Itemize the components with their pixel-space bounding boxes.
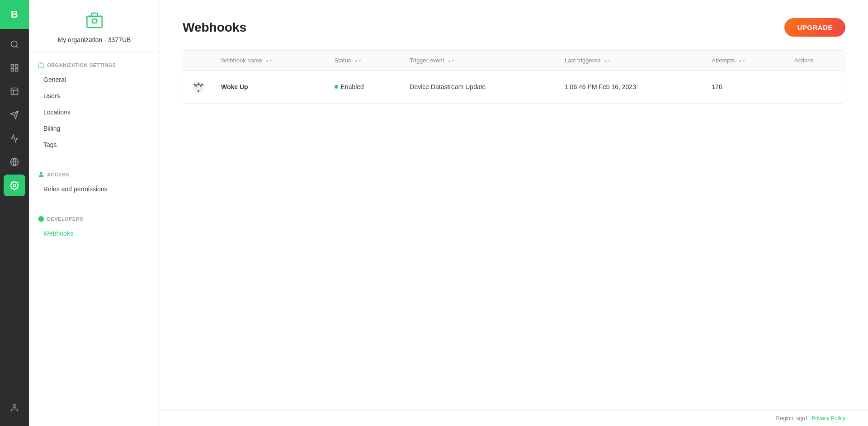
td-trigger-event: Device Datastream Update [402,71,557,104]
th-last-triggered: Last triggered ▲▼ [557,51,704,71]
table-row: Woke Up Enabled Device Datastream Update… [183,71,845,104]
sidebar: My organization - 3377UB ORGANIZATION SE… [29,0,160,426]
main-header: Webhooks UPGRADE [183,18,845,37]
svg-rect-2 [11,65,14,67]
table-body: Woke Up Enabled Device Datastream Update… [183,71,845,104]
th-attempts: Attempts ▲▼ [704,51,787,71]
main-footer: Region: sgp1 Privacy Policy [160,410,868,426]
svg-rect-15 [87,16,102,28]
svg-point-23 [202,84,203,85]
section-developers: DEVELOPERS Webhooks [29,207,160,242]
th-actions: Actions [787,51,845,71]
th-icon [183,51,214,71]
webhooks-table-container: Webhook name ▲▼ Status ▲▼ Trigger event … [183,50,845,104]
status-enabled: Enabled [335,83,396,90]
sidebar-item-globe[interactable] [4,151,25,173]
svg-point-22 [193,84,195,85]
sidebar-item-settings[interactable] [4,175,25,196]
main-content: Webhooks UPGRADE Webhook name ▲▼ Status … [160,0,868,410]
svg-line-1 [16,46,18,48]
sort-icon-attempts: ▲▼ [738,59,745,63]
section-access-title: ACCESS [38,171,151,178]
nav-webhooks[interactable]: Webhooks [38,226,151,241]
nav-users[interactable]: Users [38,88,151,104]
sidebar-item-dashboard[interactable] [4,57,25,79]
nav-roles-permissions[interactable]: Roles and permissions [38,181,151,197]
org-name: My organization - 3377UB [58,36,131,43]
sidebar-item-reports[interactable] [4,80,25,102]
svg-point-14 [13,405,16,408]
th-webhook-name: Webhook name ▲▼ [214,51,327,71]
app-logo[interactable]: B [0,0,29,29]
nav-tags[interactable]: Tags [38,137,151,152]
td-status: Enabled [327,71,403,104]
sidebar-item-search[interactable] [4,33,25,55]
icon-bar-items [4,29,25,397]
webhook-icon [190,79,207,95]
section-org-settings: ORGANIZATION SETTINGS General Users Loca… [29,53,160,153]
status-dot [335,85,338,89]
icon-bar: B [0,0,29,426]
svg-rect-5 [11,69,14,71]
section-access: ACCESS Roles and permissions [29,162,160,198]
table-header: Webhook name ▲▼ Status ▲▼ Trigger event … [183,51,845,71]
nav-locations[interactable]: Locations [38,104,151,120]
sidebar-org: My organization - 3377UB [29,0,160,53]
th-status: Status ▲▼ [327,51,403,71]
svg-point-0 [11,41,17,47]
svg-rect-18 [38,64,44,68]
td-webhook-name: Woke Up [214,71,327,104]
region-label: Region: sgp1 [776,415,808,421]
svg-rect-3 [15,65,18,67]
section-developers-title: DEVELOPERS [38,216,151,222]
svg-rect-4 [15,69,18,71]
sort-icon-trigger-event: ▲▼ [448,59,455,63]
webhooks-table: Webhook name ▲▼ Status ▲▼ Trigger event … [183,51,845,103]
td-last-triggered: 1:06:46 PM Feb 16, 2023 [557,71,704,104]
sidebar-item-megaphone[interactable] [4,128,25,149]
td-webhook-icon [183,71,214,104]
svg-point-13 [14,185,16,187]
th-trigger-event: Trigger event ▲▼ [402,51,557,71]
sort-icon-webhook-name: ▲▼ [265,59,273,63]
org-icon [85,11,104,33]
upgrade-button[interactable]: UPGRADE [784,18,845,37]
td-attempts: 170 [704,71,787,104]
svg-point-19 [40,172,42,175]
privacy-policy-link[interactable]: Privacy Policy [811,415,845,421]
icon-bar-bottom [4,397,25,426]
nav-general[interactable]: General [38,72,151,87]
sort-icon-last-triggered: ▲▼ [604,59,611,63]
svg-rect-6 [11,88,18,95]
main: Webhooks UPGRADE Webhook name ▲▼ Status … [160,0,868,426]
sidebar-item-user[interactable] [4,397,25,419]
page-title: Webhooks [183,20,246,35]
nav-billing[interactable]: Billing [38,121,151,136]
section-org-settings-title: ORGANIZATION SETTINGS [38,62,151,68]
svg-rect-17 [92,19,97,23]
sort-icon-status: ▲▼ [354,59,362,63]
svg-point-21 [198,90,199,92]
td-actions [787,71,845,104]
sidebar-item-mail[interactable] [4,104,25,126]
